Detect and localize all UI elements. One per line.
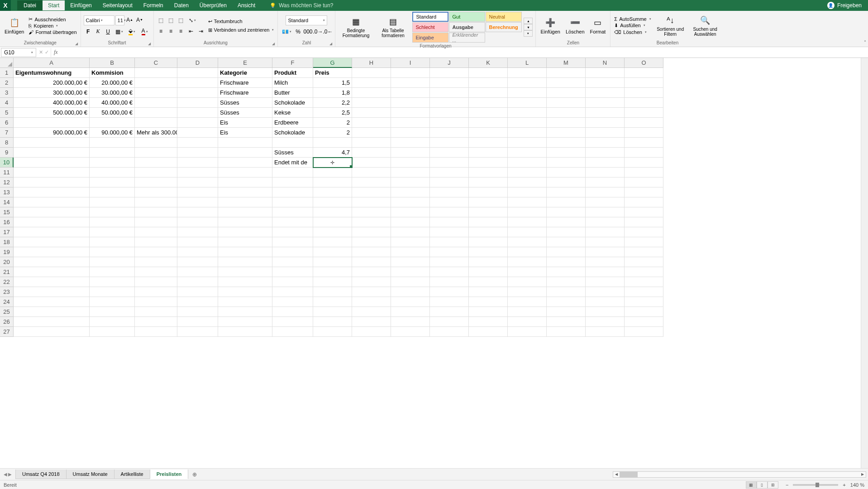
font-color-button[interactable]: A▾ (139, 27, 151, 36)
tellme-search[interactable]: 💡 Was möchten Sie tun? (270, 2, 333, 9)
cell-M1[interactable] (547, 68, 586, 78)
cell-D20[interactable] (177, 257, 218, 267)
cell-I19[interactable] (391, 247, 430, 257)
cell-I2[interactable] (391, 78, 430, 88)
cell-M9[interactable] (547, 148, 586, 158)
cell-C15[interactable] (135, 207, 177, 217)
cell-J17[interactable] (430, 227, 469, 237)
cell-C8[interactable] (135, 138, 177, 148)
sheet-next-button[interactable]: ▶ (8, 472, 12, 477)
cell-G2[interactable]: 1,5 (313, 78, 352, 88)
cell-M2[interactable] (547, 78, 586, 88)
cell-F15[interactable] (272, 207, 313, 217)
cell-B17[interactable] (90, 227, 135, 237)
row-header-26[interactable]: 26 (0, 317, 14, 327)
cell-I21[interactable] (391, 267, 430, 277)
cell-G3[interactable]: 1,8 (313, 88, 352, 98)
cell-A3[interactable]: 300.000,00 € (14, 88, 90, 98)
cell-K1[interactable] (469, 68, 508, 78)
row-header-16[interactable]: 16 (0, 217, 14, 227)
cell-B13[interactable] (90, 187, 135, 197)
cell-M20[interactable] (547, 257, 586, 267)
chevron-down-icon[interactable]: ▾ (644, 24, 645, 27)
cell-O23[interactable] (625, 287, 663, 297)
cut-button[interactable]: ✂Ausschneiden (28, 16, 77, 23)
cell-F26[interactable] (272, 317, 313, 327)
row-header-9[interactable]: 9 (0, 148, 14, 158)
cell-O4[interactable] (625, 98, 663, 108)
cell-L17[interactable] (508, 227, 547, 237)
cell-F25[interactable] (272, 307, 313, 317)
cell-K24[interactable] (469, 297, 508, 307)
cell-J2[interactable] (430, 78, 469, 88)
cell-C24[interactable] (135, 297, 177, 307)
cell-K26[interactable] (469, 317, 508, 327)
page-break-view-button[interactable]: ⊞ (768, 481, 778, 489)
cell-M17[interactable] (547, 227, 586, 237)
vertical-scrollbar[interactable] (861, 58, 868, 468)
cell-J18[interactable] (430, 237, 469, 247)
cell-K17[interactable] (469, 227, 508, 237)
cell-B8[interactable] (90, 138, 135, 148)
cell-H6[interactable] (352, 118, 391, 128)
cell-E3[interactable]: Frischware (218, 88, 272, 98)
row-header-10[interactable]: 10 (0, 158, 14, 168)
sheet-tab-artikelliste[interactable]: Artikelliste (114, 470, 150, 479)
cell-L9[interactable] (508, 148, 547, 158)
cell-J25[interactable] (430, 307, 469, 317)
cell-K20[interactable] (469, 257, 508, 267)
cell-L24[interactable] (508, 297, 547, 307)
zoom-value[interactable]: 140 % (850, 482, 864, 488)
style-berechnung[interactable]: Berechnung (486, 22, 522, 32)
cell-D3[interactable] (177, 88, 218, 98)
cell-J9[interactable] (430, 148, 469, 158)
cell-B10[interactable] (90, 158, 135, 168)
tab-seitenlayout[interactable]: Seitenlayout (97, 0, 138, 10)
scroll-left-button[interactable]: ◀ (613, 472, 620, 476)
cell-F8[interactable] (272, 138, 313, 148)
cell-B11[interactable] (90, 168, 135, 177)
cell-B25[interactable] (90, 307, 135, 317)
row-header-22[interactable]: 22 (0, 277, 14, 287)
cell-J8[interactable] (430, 138, 469, 148)
cell-F2[interactable]: Milch (272, 78, 313, 88)
cell-D4[interactable] (177, 98, 218, 108)
cell-H22[interactable] (352, 277, 391, 287)
cell-G13[interactable] (313, 187, 352, 197)
cell-N1[interactable] (586, 68, 625, 78)
cell-M27[interactable] (547, 327, 586, 337)
cell-A1[interactable]: Eigentumswohnung (14, 68, 90, 78)
cell-I12[interactable] (391, 177, 430, 187)
decrease-font-button[interactable]: A▼ (135, 15, 144, 24)
cell-F17[interactable] (272, 227, 313, 237)
tab-ansicht[interactable]: Ansicht (232, 0, 261, 10)
format-as-table-button[interactable]: ▤Als Tabelle formatieren (375, 15, 410, 39)
select-all-corner[interactable] (0, 58, 14, 68)
cell-N24[interactable] (586, 297, 625, 307)
page-layout-view-button[interactable]: ▯ (757, 481, 768, 489)
cell-C21[interactable] (135, 267, 177, 277)
cell-I23[interactable] (391, 287, 430, 297)
cell-F18[interactable] (272, 237, 313, 247)
cell-H18[interactable] (352, 237, 391, 247)
row-header-14[interactable]: 14 (0, 197, 14, 207)
cell-O22[interactable] (625, 277, 663, 287)
cell-G5[interactable]: 2,5 (313, 108, 352, 118)
cell-H17[interactable] (352, 227, 391, 237)
cell-N14[interactable] (586, 197, 625, 207)
cell-O2[interactable] (625, 78, 663, 88)
tab-start[interactable]: Start (43, 0, 65, 10)
cell-D26[interactable] (177, 317, 218, 327)
cell-A16[interactable] (14, 217, 90, 227)
cell-G25[interactable] (313, 307, 352, 317)
cell-M10[interactable] (547, 158, 586, 168)
wrap-text-button[interactable]: ↩Textumbruch (207, 18, 275, 25)
cell-N21[interactable] (586, 267, 625, 277)
cell-A11[interactable] (14, 168, 90, 177)
cell-M5[interactable] (547, 108, 586, 118)
row-header-17[interactable]: 17 (0, 227, 14, 237)
row-header-25[interactable]: 25 (0, 307, 14, 317)
cell-C27[interactable] (135, 327, 177, 337)
cell-K4[interactable] (469, 98, 508, 108)
cell-F14[interactable] (272, 197, 313, 207)
